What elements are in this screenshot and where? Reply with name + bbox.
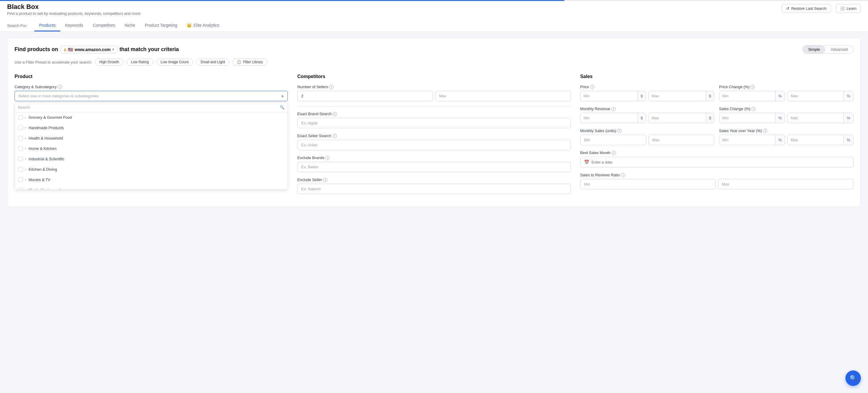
preset-low-image-count[interactable]: Low Image Count bbox=[156, 58, 193, 66]
list-item[interactable]: › Handmade Products bbox=[15, 123, 287, 133]
expand-icon[interactable]: › bbox=[25, 137, 26, 140]
simple-toggle-button[interactable]: Simple bbox=[803, 46, 825, 54]
expand-icon[interactable]: › bbox=[25, 147, 26, 150]
tab-keywords[interactable]: Keywords bbox=[60, 20, 88, 31]
monthly-revenue-max-input[interactable] bbox=[649, 113, 706, 123]
expand-icon[interactable]: › bbox=[25, 116, 26, 119]
price-change-info-icon[interactable]: i bbox=[750, 85, 755, 89]
category-info-icon[interactable]: i bbox=[58, 85, 62, 89]
best-sales-month-info-icon[interactable]: i bbox=[612, 151, 616, 155]
preset-low-rating[interactable]: Low Rating bbox=[127, 58, 153, 66]
price-min-input[interactable] bbox=[581, 91, 638, 101]
sales-reviews-ratio-min-input[interactable] bbox=[580, 179, 716, 189]
sales-change-info-icon[interactable]: i bbox=[751, 107, 755, 111]
us-flag-icon: 🇺🇸 bbox=[68, 47, 73, 52]
exclude-brands-info-icon[interactable]: i bbox=[326, 156, 330, 160]
preset-small-and-light[interactable]: Small and Light bbox=[196, 58, 229, 66]
checkbox-movies-tv[interactable] bbox=[19, 178, 23, 182]
monthly-revenue-min-input[interactable] bbox=[581, 113, 638, 123]
monthly-sales-min-input[interactable] bbox=[580, 135, 646, 145]
preset-high-growth[interactable]: High Growth bbox=[95, 58, 124, 66]
expand-icon[interactable]: › bbox=[25, 178, 26, 181]
checkbox-handmade[interactable] bbox=[19, 126, 23, 130]
exclude-seller-info-icon[interactable]: i bbox=[323, 178, 327, 182]
filter-library-button[interactable]: 📋 Filter Library bbox=[232, 58, 267, 66]
amazon-selector[interactable]: a 🇺🇸 www.amazon.com ▾ bbox=[61, 46, 117, 54]
monthly-sales-max-input[interactable] bbox=[649, 135, 714, 145]
list-item[interactable]: › Grocery & Gourmet Food bbox=[15, 112, 287, 123]
checkbox-grocery[interactable] bbox=[19, 115, 23, 120]
price-label: Price i bbox=[580, 85, 714, 89]
category-search-input[interactable] bbox=[18, 105, 280, 110]
checkbox-home-kitchen[interactable] bbox=[19, 146, 23, 151]
app-title: Black Box bbox=[7, 3, 140, 11]
tab-product-targeting[interactable]: Product Targeting bbox=[140, 20, 182, 31]
top-bar: Black Box Find a product to sell by eval… bbox=[0, 0, 868, 32]
checkbox-musical[interactable] bbox=[19, 188, 23, 189]
price-min-input-wrapper: $ bbox=[580, 91, 646, 101]
exact-brand-label-text: Exact Brand Search bbox=[297, 112, 332, 116]
list-item[interactable]: › Kitchen & Dining bbox=[15, 164, 287, 175]
monthly-revenue-field: Monthly Revenue i $ $ bbox=[580, 107, 714, 123]
price-max-suffix: $ bbox=[706, 91, 714, 101]
price-change-label: Price Change (%) i bbox=[719, 85, 854, 89]
price-change-min-input[interactable] bbox=[719, 91, 775, 101]
exact-seller-label-text: Exact Seller Search bbox=[297, 133, 331, 138]
exact-seller-input[interactable] bbox=[297, 140, 570, 150]
price-label-text: Price bbox=[580, 85, 589, 89]
exclude-brands-input[interactable] bbox=[297, 162, 570, 172]
exclude-seller-input[interactable] bbox=[297, 184, 570, 194]
sales-reviews-ratio-max-input[interactable] bbox=[718, 179, 854, 189]
price-max-input-wrapper: $ bbox=[649, 91, 714, 101]
tab-elite-analytics[interactable]: 👑 Elite Analytics bbox=[182, 20, 224, 31]
sales-yoy-label: Sales Year over Year (%) i bbox=[719, 128, 854, 133]
sellers-info-icon[interactable]: i bbox=[329, 85, 334, 89]
sales-yoy-min-input[interactable] bbox=[719, 135, 775, 145]
learn-button[interactable]: ⬜ Learn bbox=[836, 4, 861, 13]
list-item[interactable]: › Musical Instruments bbox=[15, 185, 287, 189]
list-item[interactable]: › Home & Kitchen bbox=[15, 143, 287, 154]
columns-grid: Product Category & Subcategory i Select … bbox=[14, 74, 854, 200]
sales-change-max-input[interactable] bbox=[787, 113, 843, 123]
tab-niche[interactable]: Niche bbox=[120, 20, 140, 31]
monthly-revenue-info-icon[interactable]: i bbox=[611, 107, 616, 111]
sales-change-max-suffix: % bbox=[843, 113, 853, 123]
category-select-button[interactable]: Select one or more categories & subcateg… bbox=[14, 91, 288, 101]
exact-seller-info-icon[interactable]: i bbox=[333, 134, 337, 138]
monthly-revenue-min-suffix: $ bbox=[638, 113, 646, 123]
price-change-max-input[interactable] bbox=[787, 91, 843, 101]
monthly-sales-input-row bbox=[580, 135, 714, 145]
tab-niche-label: Niche bbox=[125, 23, 135, 28]
list-item[interactable]: › Health & Household bbox=[15, 133, 287, 143]
sales-change-min-input[interactable] bbox=[719, 113, 775, 123]
sales-reviews-ratio-info-icon[interactable]: i bbox=[621, 173, 625, 177]
exact-brand-info-icon[interactable]: i bbox=[333, 112, 337, 116]
list-item[interactable]: › Movies & TV bbox=[15, 175, 287, 185]
find-products-suffix: that match your criteria bbox=[120, 46, 179, 53]
tab-products[interactable]: Products bbox=[34, 20, 60, 31]
checkbox-industrial[interactable] bbox=[19, 157, 23, 161]
checkbox-kitchen-dining[interactable] bbox=[19, 167, 23, 172]
learn-label: Learn bbox=[847, 6, 857, 11]
expand-icon[interactable]: › bbox=[25, 168, 26, 171]
competitors-section: Competitors Number of Sellers i bbox=[297, 74, 570, 200]
expand-icon[interactable]: › bbox=[25, 157, 26, 160]
sales-yoy-max-input[interactable] bbox=[787, 135, 843, 145]
sales-yoy-info-icon[interactable]: i bbox=[763, 129, 767, 133]
sellers-max-input[interactable] bbox=[435, 91, 571, 101]
exact-brand-input[interactable] bbox=[297, 118, 570, 128]
expand-icon[interactable]: › bbox=[25, 188, 26, 189]
sellers-min-input[interactable] bbox=[297, 91, 433, 101]
restore-last-search-button[interactable]: ↺ Restore Last Search bbox=[782, 4, 831, 13]
advanced-toggle-button[interactable]: Advanced bbox=[825, 46, 853, 54]
monthly-sales-info-icon[interactable]: i bbox=[617, 129, 621, 133]
category-item-label: Kitchen & Dining bbox=[29, 167, 57, 172]
price-info-icon[interactable]: i bbox=[590, 85, 594, 89]
list-item[interactable]: › Industrial & Scientific bbox=[15, 154, 287, 164]
best-sales-month-input[interactable] bbox=[591, 160, 849, 164]
tab-competitors[interactable]: Competitors bbox=[88, 20, 120, 31]
checkbox-health[interactable] bbox=[19, 136, 23, 141]
price-max-input[interactable] bbox=[649, 91, 706, 101]
expand-icon[interactable]: › bbox=[25, 126, 26, 129]
restore-label: Restore Last Search bbox=[791, 6, 827, 11]
